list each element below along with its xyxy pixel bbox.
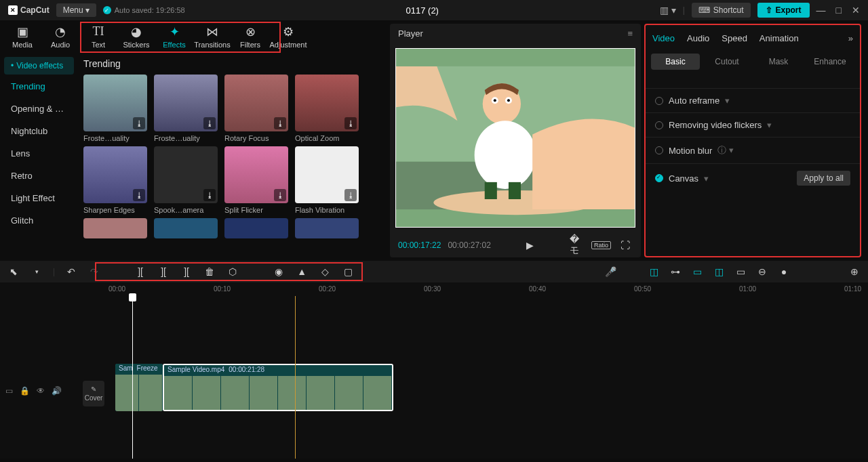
trim-right-icon[interactable]: ]​[ [180, 265, 193, 278]
chevron-down-icon[interactable]: ▾ [30, 265, 43, 278]
tab-video[interactable]: Video [652, 33, 675, 43]
player-viewport[interactable] [395, 48, 635, 228]
subtab-enhance[interactable]: Enhance [806, 54, 854, 70]
opt-canvas[interactable]: Canvas▾ Apply to all [646, 164, 860, 192]
lock-icon[interactable]: 🔒 [20, 386, 30, 396]
crop-icon[interactable]: ▢ [341, 265, 355, 278]
delete-icon[interactable]: 🗑 [203, 265, 216, 278]
cat-opening[interactable]: Opening & … [4, 98, 74, 119]
subtab-cutout[interactable]: Cutout [703, 54, 751, 70]
playhead[interactable] [132, 296, 133, 459]
zoom-slider[interactable]: ● [777, 265, 791, 278]
chevron-down-icon: ▾ [767, 120, 772, 130]
cat-lens[interactable]: Lens [4, 143, 74, 164]
record-icon[interactable]: ◉ [272, 265, 285, 278]
tab-adjustment[interactable]: ⚙Adjustment [269, 22, 307, 51]
tab-text[interactable]: TIText [79, 22, 117, 51]
effect-card[interactable] [154, 218, 218, 238]
effect-card[interactable]: ⭳Split Flicker [224, 146, 288, 214]
download-icon[interactable]: ⭳ [203, 189, 216, 201]
tab-audio[interactable]: ◔Audio [41, 22, 79, 51]
tab-effects[interactable]: ✦Effects [155, 22, 193, 51]
cat-retro[interactable]: Retro [4, 165, 74, 186]
effect-card[interactable]: ⭳Spook…amera [154, 146, 218, 214]
effect-card[interactable]: ⭳Froste…uality [83, 75, 147, 142]
cat-nightclub[interactable]: Nightclub [4, 121, 74, 142]
effect-card[interactable] [83, 218, 147, 238]
split-icon[interactable]: ]​[ [134, 265, 147, 278]
tab-media[interactable]: ▣Media [3, 22, 41, 51]
align-icon[interactable]: ◫ [712, 265, 726, 278]
link-icon[interactable]: ⊶ [669, 265, 682, 278]
fullscreen-icon[interactable]: ⛶ [618, 238, 633, 253]
effect-card[interactable]: ⭳Rotary Focus [224, 75, 288, 142]
scale-icon[interactable]: �モ [570, 238, 585, 253]
effect-card[interactable] [295, 218, 359, 238]
ratio-icon[interactable]: ▭ [5, 386, 13, 396]
opt-motion-blur[interactable]: Motion blurⓘ ▾ [646, 138, 860, 164]
cover-button[interactable]: ✎ Cover [83, 381, 104, 406]
tracks-area[interactable]: ▭ 🔒 👁 🔊 ✎ Cover SamFreeze Sample Video.m… [0, 296, 868, 459]
clip-freeze[interactable]: SamFreeze [115, 364, 163, 411]
tab-stickers[interactable]: ◕Stickers [117, 22, 155, 51]
minimize-button[interactable]: — [816, 5, 826, 16]
menu-button[interactable]: Menu ▾ [56, 3, 96, 17]
apply-to-all-button[interactable]: Apply to all [797, 171, 850, 186]
download-icon[interactable]: ⭳ [274, 117, 286, 129]
download-icon[interactable]: ⭳ [133, 117, 145, 129]
effect-card[interactable]: ⭳Sharpen Edges [83, 146, 147, 214]
eye-icon[interactable]: 👁 [37, 386, 45, 396]
export-button[interactable]: ⇧ Export [757, 3, 810, 18]
maximize-button[interactable]: □ [836, 5, 842, 16]
tab-filters[interactable]: ⊗Filters [231, 22, 269, 51]
tab-animation[interactable]: Animation [760, 33, 799, 43]
rotate-icon[interactable]: ◇ [318, 265, 332, 278]
shortcut-button[interactable]: ⌨ Shortcut [692, 3, 751, 18]
tab-transitions[interactable]: ⋈Transitions [193, 22, 231, 51]
cat-trending[interactable]: Trending [4, 76, 74, 97]
speaker-icon[interactable]: 🔊 [52, 386, 62, 396]
subtab-basic[interactable]: Basic [651, 54, 700, 70]
effect-card[interactable] [224, 218, 288, 238]
shield-icon[interactable]: ⬡ [226, 265, 239, 278]
close-button[interactable]: ✕ [852, 5, 860, 16]
layout-icon[interactable]: ▥ ▾ [660, 5, 676, 16]
cat-light-effect[interactable]: Light Effect [4, 188, 74, 209]
preview-icon[interactable]: ▭ [734, 265, 747, 278]
snap-icon[interactable]: ▭ [690, 265, 704, 278]
checkbox[interactable] [655, 121, 663, 129]
ratio-button[interactable]: Ratio [591, 241, 611, 249]
download-icon[interactable]: ⭳ [133, 189, 145, 201]
opt-remove-flickers[interactable]: Removing video flickers▾ [646, 113, 860, 138]
tab-speed[interactable]: Speed [722, 33, 747, 43]
trim-left-icon[interactable]: ]​[ [157, 265, 170, 278]
checkbox[interactable] [655, 146, 663, 154]
cat-glitch[interactable]: Glitch [4, 210, 74, 231]
play-button[interactable]: ▶ [523, 238, 538, 253]
pointer-icon[interactable]: ⬉ [7, 265, 20, 278]
effect-card[interactable]: ⭳Froste…uality [154, 75, 218, 142]
tabs-more-icon[interactable]: » [848, 33, 853, 43]
zoom-out-icon[interactable]: ⊖ [755, 265, 769, 278]
subtab-mask[interactable]: Mask [754, 54, 803, 70]
download-icon[interactable]: ⭳ [344, 117, 357, 129]
magnet-icon[interactable]: ◫ [647, 265, 660, 278]
player-menu-icon[interactable]: ≡ [627, 28, 633, 39]
marker[interactable] [295, 296, 296, 459]
download-icon[interactable]: ⭳ [274, 189, 286, 201]
download-icon[interactable]: ⭳ [203, 117, 216, 129]
effect-card[interactable]: ⭳Flash Vibration [295, 146, 359, 214]
mic-icon[interactable]: 🎤 [604, 265, 617, 278]
tab-audio[interactable]: Audio [687, 33, 709, 43]
effect-card[interactable]: ⭳Optical Zoom [295, 75, 359, 142]
mirror-icon[interactable]: ▲ [295, 265, 309, 278]
opt-auto-reframe[interactable]: Auto reframe▾ [646, 89, 860, 113]
checkbox-checked[interactable] [655, 174, 663, 182]
undo-icon[interactable]: ↶ [64, 265, 78, 278]
redo-icon[interactable]: ↷ [87, 265, 101, 278]
download-icon[interactable]: ⭳ [344, 189, 357, 201]
checkbox[interactable] [655, 97, 663, 105]
zoom-in-icon[interactable]: ⊕ [848, 265, 861, 278]
category-header[interactable]: •Video effects [4, 57, 74, 75]
clip-main[interactable]: Sample Video.mp400:00:21:28 [163, 364, 393, 411]
